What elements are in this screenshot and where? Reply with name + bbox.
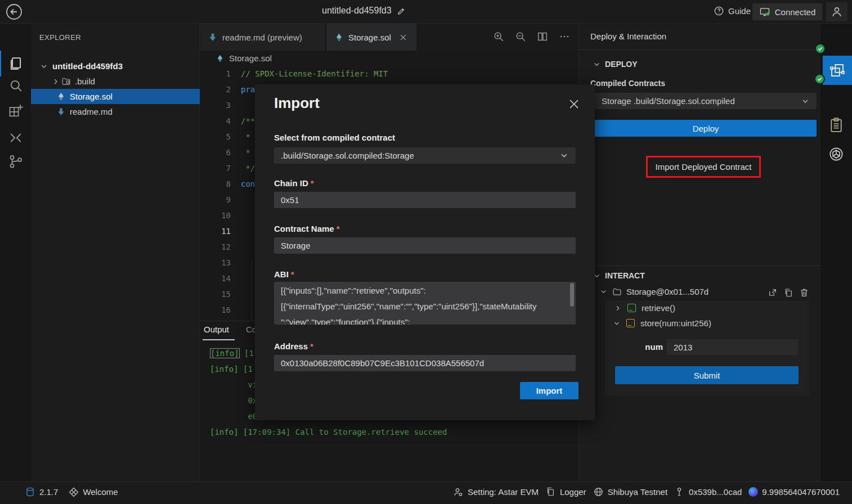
- collapse-panels-icon[interactable]: [8, 130, 24, 146]
- delete-contract-icon[interactable]: [799, 287, 809, 298]
- deployed-contract-row[interactable]: Storage@0x01...507d: [599, 287, 708, 296]
- address-label: Address*: [274, 341, 313, 351]
- logger-icon: [545, 487, 556, 497]
- open-in-explorer-icon[interactable]: [768, 287, 778, 298]
- solidity-file-icon: [56, 92, 66, 101]
- tab-storage-sol[interactable]: Storage.sol: [326, 24, 416, 51]
- workspace-title: untitled-dd459fd3: [322, 6, 392, 16]
- deploy-button[interactable]: Deploy: [595, 120, 817, 137]
- avatar[interactable]: [826, 2, 847, 21]
- explorer-header: EXPLORER: [39, 33, 81, 42]
- chain-id-input[interactable]: [274, 192, 576, 208]
- network-item[interactable]: Shibuya Testnet: [593, 487, 667, 497]
- active-view-indicator: [0, 51, 1, 76]
- wallet-address-item[interactable]: 0x539b...0cad: [674, 487, 742, 497]
- solidity-file-icon: [334, 33, 344, 42]
- tab-readme-preview[interactable]: readme.md (preview): [200, 24, 326, 51]
- select-compiled-label: Select from compiled contract: [274, 133, 395, 142]
- logger-item[interactable]: Logger: [545, 487, 586, 497]
- write-function-icon: [626, 319, 635, 327]
- code-line: 1// SPDX-License-Identifier: MIT: [200, 66, 579, 82]
- modal-title: Import: [274, 94, 320, 112]
- abi-textarea[interactable]: [{"inputs":[],"name":"retrieve","outputs…: [274, 282, 576, 325]
- abi-text-line: [{"internalType":"uint256","name":"","ty…: [281, 299, 563, 314]
- plugin-rail: [820, 24, 852, 482]
- monitor-connected-icon: [759, 6, 770, 17]
- chevron-down-icon: [599, 287, 608, 296]
- guide-button[interactable]: Guide: [714, 6, 751, 16]
- welcome-item[interactable]: Welcome: [68, 487, 118, 497]
- edit-title-icon[interactable]: [397, 6, 406, 16]
- tree-item-storage-sol[interactable]: Storage.sol: [31, 89, 200, 104]
- view-function-icon: [627, 304, 636, 312]
- submit-button[interactable]: Submit: [615, 366, 799, 384]
- active-tab-underline: [203, 339, 235, 340]
- openai-chat-icon[interactable]: [828, 146, 845, 163]
- deploy-plugin-icon: [829, 62, 846, 79]
- back-button[interactable]: [5, 3, 23, 21]
- chevron-down-icon: [801, 97, 810, 106]
- compiled-check-badge: [815, 43, 826, 54]
- help-icon: [714, 6, 724, 16]
- chevron-down-icon: [39, 62, 48, 71]
- user-setting-icon: [453, 487, 464, 497]
- output-tab[interactable]: Output: [204, 325, 229, 334]
- interact-section-header[interactable]: INTERACT: [593, 271, 645, 280]
- compiled-contract-select[interactable]: Storage .build/Storage.sol.compiled: [595, 93, 817, 109]
- close-modal-icon[interactable]: [568, 98, 580, 110]
- build-folder-icon: [61, 76, 71, 86]
- tree-root-folder[interactable]: untitled-dd459fd3: [31, 58, 200, 74]
- param-num-label: num: [644, 342, 663, 352]
- breadcrumb[interactable]: Storage.sol: [200, 51, 579, 66]
- zoom-in-icon[interactable]: [492, 30, 505, 43]
- deploy-section-header[interactable]: DEPLOY: [593, 60, 638, 69]
- abi-text-line: [{"inputs":[],"name":"retrieve","outputs…: [281, 283, 563, 299]
- markdown-file-icon: [208, 32, 218, 42]
- version-item[interactable]: 2.1.7: [25, 487, 58, 497]
- astar-network-icon: [748, 487, 758, 497]
- zoom-out-icon[interactable]: [514, 30, 527, 43]
- chevron-down-icon: [593, 60, 601, 69]
- divider: [579, 50, 821, 50]
- import-button[interactable]: Import: [520, 382, 579, 399]
- close-tab-icon[interactable]: [399, 33, 407, 42]
- abi-text-line: ":"view","type":"function"},{"inputs":: [281, 314, 563, 325]
- tree-item-readme-md[interactable]: readme.md: [31, 104, 200, 119]
- title-bar: untitled-dd459fd3 Guide Connected: [0, 0, 852, 24]
- import-deployed-contract-button[interactable]: Import Deployed Contract: [656, 162, 752, 172]
- audit-report-icon[interactable]: [828, 116, 845, 133]
- compiled-contract-dropdown[interactable]: .build/Storage.sol.compiled:Storage: [274, 147, 576, 164]
- function-retrieve[interactable]: retrieve(): [614, 303, 675, 313]
- address-input[interactable]: [274, 355, 576, 371]
- chevron-down-icon: [613, 320, 621, 327]
- abi-scrollbar[interactable]: [570, 283, 574, 307]
- solidity-file-icon: [216, 54, 225, 63]
- compiled-contracts-label: Compiled Contracts: [590, 79, 665, 88]
- contract-name-input[interactable]: [274, 237, 576, 254]
- red-highlight-box: Import Deployed Contract: [646, 156, 761, 178]
- folder-icon: [612, 287, 622, 296]
- divider: [579, 266, 821, 266]
- explorer-panel: EXPLORER untitled-dd459fd3 .build Storag…: [31, 24, 200, 482]
- contract-name-label: Contract Name*: [274, 224, 340, 233]
- copy-address-icon[interactable]: [783, 287, 793, 298]
- chevron-right-icon: [614, 304, 622, 312]
- source-control-icon[interactable]: [8, 154, 24, 169]
- search-icon[interactable]: [8, 78, 24, 93]
- setting-item[interactable]: Setting: Astar EVM: [453, 487, 539, 497]
- connected-button[interactable]: Connected: [752, 3, 822, 20]
- deploy-interaction-panel: Deploy & Interaction DEPLOY Compiled Con…: [579, 24, 820, 482]
- more-actions-icon[interactable]: [558, 30, 571, 43]
- deploy-plugin-tab[interactable]: [823, 56, 852, 85]
- panel-title: Deploy & Interaction: [590, 32, 666, 41]
- activity-bar: [0, 24, 31, 482]
- plugin-manager-icon[interactable]: [8, 103, 24, 119]
- param-num-input[interactable]: [667, 339, 798, 355]
- split-editor-icon[interactable]: [536, 30, 549, 43]
- explorer-icon[interactable]: [8, 56, 24, 71]
- wallet-pin-icon: [674, 487, 685, 497]
- tree-item-build[interactable]: .build: [31, 74, 200, 89]
- balance-item[interactable]: 9.998564047670001: [748, 487, 840, 497]
- log-line: [info] [17:09:34] Call to Storage.retrie…: [210, 424, 447, 440]
- function-store[interactable]: store(num:uint256): [613, 318, 711, 328]
